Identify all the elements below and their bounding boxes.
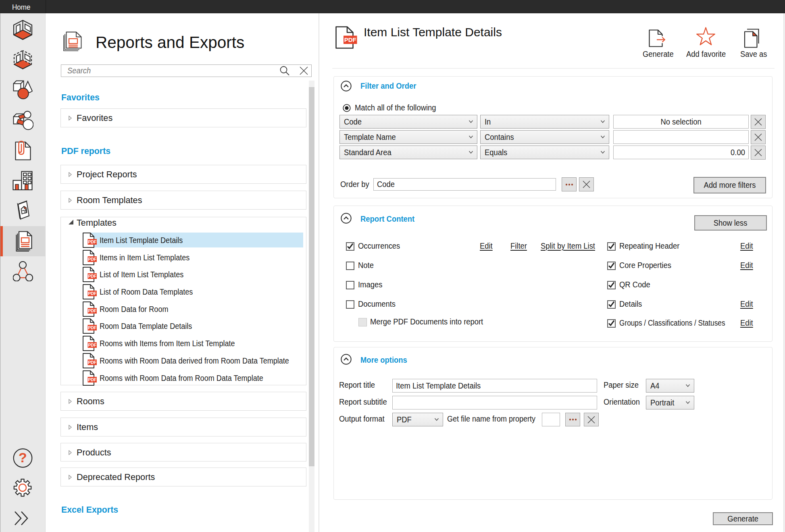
- svg-text:PDF: PDF: [88, 308, 97, 313]
- svg-text:PDF: PDF: [88, 274, 97, 278]
- svg-text:PDF: PDF: [88, 377, 97, 382]
- svg-text:PDF: PDF: [344, 36, 356, 43]
- svg-text:PDF: PDF: [88, 291, 97, 296]
- svg-text:PDF: PDF: [88, 343, 97, 347]
- svg-text:PDF: PDF: [88, 325, 97, 330]
- svg-text:PDF: PDF: [88, 257, 97, 262]
- svg-text:PDF: PDF: [88, 360, 97, 365]
- svg-text:?: ?: [19, 450, 27, 465]
- svg-text:PDF: PDF: [88, 239, 97, 244]
